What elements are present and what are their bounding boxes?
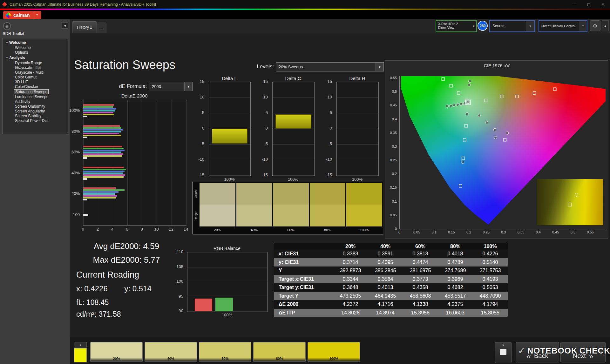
patch-swatch-100%[interactable]: 100% xyxy=(308,342,360,362)
meter-count-badge[interactable]: 230 xyxy=(478,21,488,31)
back-button[interactable]: « Back xyxy=(516,342,559,362)
collapse-panel-button[interactable]: ▲ xyxy=(602,20,609,31)
pattern-window-button[interactable]: ▲ xyxy=(495,342,512,363)
avg-de2000: Avg dE2000: 4.59 xyxy=(73,241,180,251)
delta-l-y-axis: 151050-5-10-15 xyxy=(193,82,207,175)
swatch-column-100%: 100% xyxy=(346,183,382,233)
patch-swatch-40%[interactable]: 40% xyxy=(145,342,197,362)
reading-cdm2: cd/m²: 371.58 xyxy=(76,310,152,319)
sidebar-item-saturation-sweeps[interactable]: Saturation Sweeps xyxy=(14,89,49,94)
toolkit-title: SDR Toolkit xyxy=(3,31,24,36)
meter-dropdown[interactable]: X-Rite i1Pro 2 Direct View ▼ xyxy=(436,20,477,32)
cie-y-axis: 00.050.10.150.20.250.30.350.40.450.50.55 xyxy=(385,76,398,229)
de-formula-dropdown[interactable]: 2000 ▼ xyxy=(149,82,193,91)
minimize-button[interactable]: – xyxy=(574,2,576,7)
sidebar-section-analysis[interactable]: ▾Analysis xyxy=(3,55,68,60)
sidebar-item-screen-uniformity[interactable]: Screen Uniformity xyxy=(14,104,46,109)
deltae2000-chart xyxy=(83,100,186,226)
max-de2000: Max dE2000: 5.77 xyxy=(73,255,180,265)
deltae-bar xyxy=(83,189,125,191)
swatch-column-40%: 40% xyxy=(236,183,272,233)
deltae-bar xyxy=(83,155,122,157)
target-swatch xyxy=(200,205,235,226)
sidebar-item-color-gamut[interactable]: Color Gamut xyxy=(14,75,37,79)
chevron-right-icon: » xyxy=(589,353,593,360)
swatch-row-label: Actual xyxy=(194,190,198,198)
delta-l-x-label: 100% xyxy=(209,177,250,182)
patch-swatch-80%[interactable]: 80% xyxy=(253,342,306,362)
sidebar-item-screen-angularity[interactable]: Screen Angularity xyxy=(14,109,46,113)
deltae-bar-group xyxy=(83,142,186,163)
calman-logo-button[interactable]: calman ▼ xyxy=(3,11,41,19)
add-tab-button[interactable]: + xyxy=(98,23,106,33)
window-title: Calman 2025 Calman Ultimate for Business… xyxy=(10,2,156,7)
target-swatch xyxy=(273,205,309,226)
chevron-up-icon: ▲ xyxy=(604,24,607,27)
cie-inset-thumbnail xyxy=(537,179,603,225)
delta-l-title: Delta L xyxy=(209,76,250,81)
chevron-up-icon: ▲ xyxy=(79,344,82,346)
badge-value: 230 xyxy=(480,24,485,28)
table-header: 80% xyxy=(438,243,473,250)
sidebar-item-dynamic-range[interactable]: Dynamic Range xyxy=(14,61,43,65)
expand-triangle-icon: ▾ xyxy=(6,41,8,44)
deltae-bar xyxy=(83,104,114,106)
next-button[interactable]: Next » xyxy=(560,342,606,362)
app-icon xyxy=(2,2,7,7)
chevron-down-icon: ▼ xyxy=(376,63,383,71)
swatch-level-label: 20% xyxy=(200,226,235,233)
close-button[interactable]: × xyxy=(602,2,604,7)
settings-gear-button[interactable]: ⚙ xyxy=(590,20,600,31)
sidebar-item-additivity[interactable]: Additivity xyxy=(14,99,31,104)
patch-swatch-20%[interactable]: 20% xyxy=(90,342,143,362)
patch-swatch-label: 80% xyxy=(254,357,305,361)
maximize-button[interactable]: □ xyxy=(587,2,590,7)
table-row: y: CIE310.37140.40950.44740.47890.5140 xyxy=(274,258,508,267)
sidebar-item-screen-stability[interactable]: Screen Stability xyxy=(14,114,42,118)
expand-triangle-icon: ▾ xyxy=(6,57,8,59)
sidebar-tree: ▾WelcomeWelcomeOptions▾AnalysisDynamic R… xyxy=(2,38,68,134)
patch-swatch-row: 20%40%60%80%100% xyxy=(90,342,360,362)
display-control-dropdown[interactable]: Direct Display Control ▼ xyxy=(539,20,587,32)
patch-swatch-label: 40% xyxy=(145,357,197,361)
meter-mode: Direct View xyxy=(438,26,458,30)
sidebar-item-luminance-sweeps[interactable]: Luminance Sweeps xyxy=(14,95,49,99)
sidebar: ◎ ◀ SDR Toolkit ▾WelcomeWelcomeOptions▾A… xyxy=(0,19,70,364)
sidebar-collapse-button[interactable]: ◀ xyxy=(62,22,68,29)
sidebar-item-welcome[interactable]: Welcome xyxy=(14,45,32,50)
chevron-up-icon: ▲ xyxy=(502,344,505,346)
swatch-row-label: Target xyxy=(194,212,198,219)
deltae-bar xyxy=(83,127,121,129)
patch-swatch-label: 20% xyxy=(91,357,142,361)
deltae-bar xyxy=(83,152,121,153)
meter-target-button[interactable]: ◎ xyxy=(3,22,11,30)
reading-fl: fL: 108.45 xyxy=(76,298,152,307)
logo-dropdown-chevron-icon[interactable]: ▼ xyxy=(33,11,41,19)
rgb-bar-red xyxy=(195,299,212,311)
calman-logo-text: calman xyxy=(13,12,30,18)
delta-h-y-axis: 151050-5-10-15 xyxy=(321,82,335,175)
reading-y: y: 0.514 xyxy=(124,284,151,293)
de-formula-label: dE Formula: xyxy=(108,84,147,89)
table-row: ΔE 20004.23724.17164.13384.23754.1794 xyxy=(274,300,508,309)
deltae-bar xyxy=(83,148,124,149)
levels-dropdown[interactable]: 20% Sweeps ▼ xyxy=(276,62,384,71)
sidebar-item-options[interactable]: Options xyxy=(14,50,29,55)
target-swatch xyxy=(346,205,382,226)
sidebar-item-grayscale-multi[interactable]: Grayscale - Multi xyxy=(14,70,44,75)
sidebar-item-grayscale-2pt[interactable]: Grayscale - 2pt xyxy=(14,65,42,70)
active-patch-swatch[interactable] xyxy=(74,348,87,362)
table-row: Target x:CIE310.33440.35640.37730.39690.… xyxy=(274,275,508,284)
sidebar-item-colorchecker[interactable]: ColorChecker xyxy=(14,84,39,89)
chevron-down-icon: ▼ xyxy=(579,21,587,31)
sidebar-item-3d-lut[interactable]: 3D LUT xyxy=(14,80,29,84)
tab-history-1[interactable]: History 1 xyxy=(72,21,97,33)
deltae-bar xyxy=(83,187,116,189)
sidebar-section-welcome[interactable]: ▾Welcome xyxy=(3,40,68,45)
sidebar-item-spectral-power-dist[interactable]: Spectral Power Dist. xyxy=(14,118,51,123)
source-label: Source xyxy=(490,21,526,31)
patch-popup-button[interactable]: ▲ xyxy=(74,342,87,347)
source-dropdown[interactable]: Source ▼ xyxy=(489,20,535,32)
rgb-balance-x-label: 100% xyxy=(187,313,267,317)
patch-swatch-60%[interactable]: 60% xyxy=(199,342,251,362)
